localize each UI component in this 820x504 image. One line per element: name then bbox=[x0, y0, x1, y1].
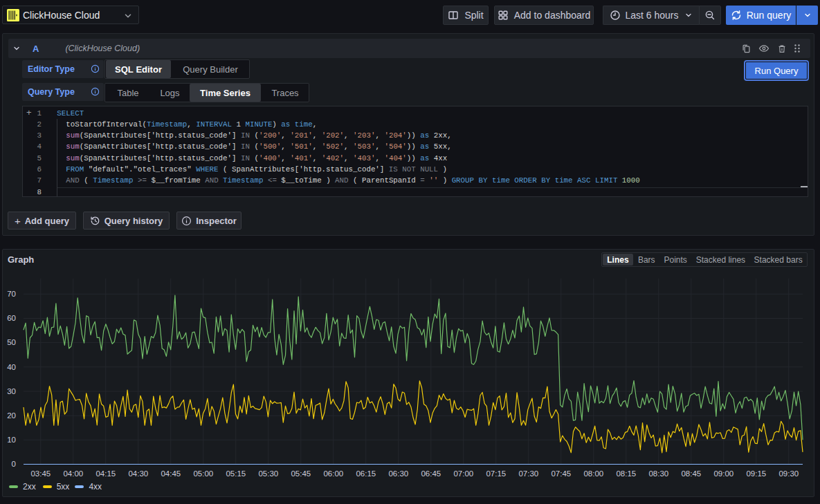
svg-text:30: 30 bbox=[7, 387, 16, 395]
svg-text:09:30: 09:30 bbox=[778, 469, 799, 478]
svg-text:05:00: 05:00 bbox=[193, 469, 213, 478]
svg-text:07:00: 07:00 bbox=[453, 469, 473, 478]
svg-text:20: 20 bbox=[7, 411, 16, 420]
svg-text:0: 0 bbox=[12, 460, 16, 468]
svg-text:05:45: 05:45 bbox=[291, 469, 311, 478]
svg-text:70: 70 bbox=[7, 290, 16, 298]
svg-text:07:45: 07:45 bbox=[551, 469, 571, 478]
svg-text:07:30: 07:30 bbox=[518, 469, 538, 478]
svg-text:50: 50 bbox=[7, 338, 16, 346]
svg-text:10: 10 bbox=[7, 436, 16, 444]
svg-text:05:30: 05:30 bbox=[258, 469, 278, 478]
svg-text:60: 60 bbox=[7, 314, 16, 322]
svg-text:06:00: 06:00 bbox=[323, 469, 343, 478]
svg-text:04:30: 04:30 bbox=[128, 469, 148, 478]
svg-text:06:45: 06:45 bbox=[421, 469, 441, 478]
svg-text:04:45: 04:45 bbox=[161, 469, 181, 478]
svg-text:08:15: 08:15 bbox=[616, 469, 636, 478]
svg-text:05:15: 05:15 bbox=[226, 469, 246, 478]
svg-text:09:15: 09:15 bbox=[746, 469, 766, 478]
svg-text:06:30: 06:30 bbox=[388, 469, 408, 478]
svg-text:04:00: 04:00 bbox=[63, 469, 83, 478]
svg-text:08:00: 08:00 bbox=[583, 469, 603, 478]
svg-text:06:15: 06:15 bbox=[356, 469, 376, 478]
svg-text:40: 40 bbox=[7, 363, 16, 371]
svg-text:08:30: 08:30 bbox=[648, 469, 668, 478]
svg-text:09:00: 09:00 bbox=[713, 469, 734, 478]
svg-text:08:45: 08:45 bbox=[681, 469, 701, 478]
svg-text:03:45: 03:45 bbox=[30, 469, 51, 478]
svg-text:07:15: 07:15 bbox=[486, 469, 506, 478]
svg-text:04:15: 04:15 bbox=[95, 469, 116, 478]
